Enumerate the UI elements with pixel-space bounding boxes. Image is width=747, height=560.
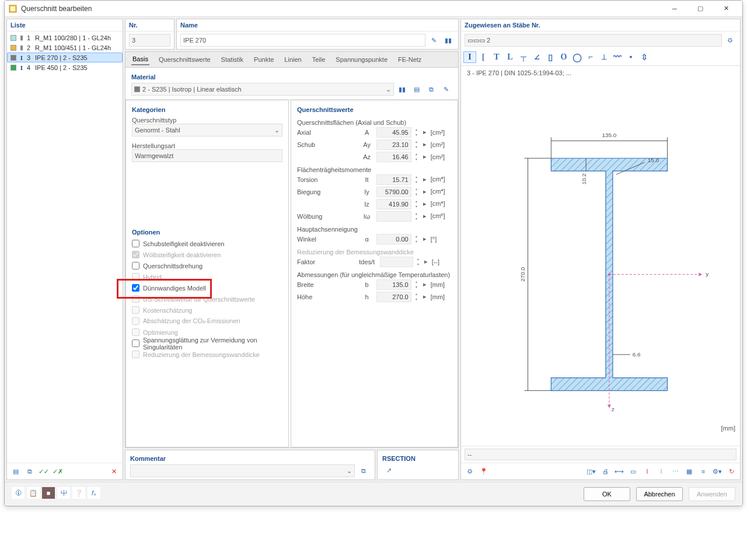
go-icon[interactable]: ▸: [421, 235, 428, 243]
go-icon[interactable]: ▸: [421, 141, 428, 148]
list-icon2[interactable]: ≡: [697, 466, 710, 477]
pick-icon[interactable]: ⯐: [463, 466, 476, 477]
profile-i-icon[interactable]: I: [463, 51, 476, 63]
library-icon[interactable]: ▮▮: [442, 34, 455, 46]
go-icon: ▸: [421, 212, 428, 220]
refresh-icon[interactable]: ↻: [725, 466, 738, 477]
profile-o-icon[interactable]: O: [557, 51, 570, 63]
list-item[interactable]: ▮1R_M1 100/280 | 1 - GL24h: [7, 33, 123, 43]
calc-icon[interactable]: 📋: [27, 487, 40, 499]
kommentar-input[interactable]: [130, 464, 355, 477]
check-icon[interactable]: ✓✓: [37, 466, 50, 477]
svg-text:y: y: [706, 271, 708, 277]
tab-teile[interactable]: Teile: [311, 54, 327, 65]
profile-doublet-icon[interactable]: ┬: [517, 51, 530, 63]
option-checkbox[interactable]: Querschnittsdrehung: [132, 260, 282, 271]
value-input[interactable]: 135.0: [376, 279, 411, 290]
material-select[interactable]: 2 - S235 | Isotrop | Linear elastisch: [131, 83, 394, 96]
option-checkbox[interactable]: Dünnwandiges Modell: [132, 282, 282, 293]
box-icon[interactable]: ▭: [627, 466, 640, 477]
fx-icon[interactable]: fₓ: [88, 487, 100, 499]
tab-querschnittswerte[interactable]: Querschnittswerte: [158, 54, 212, 65]
profile-solid-icon[interactable]: ▪: [624, 51, 637, 63]
type-select[interactable]: Genormt - Stahl: [132, 124, 282, 136]
tab-spannungspunkte[interactable]: Spannungspunkte: [334, 54, 389, 65]
window-title: Querschnitt bearbeiten: [21, 5, 662, 13]
cancel-icon[interactable]: ✓✗: [51, 466, 64, 477]
apply-button[interactable]: Anwenden: [689, 487, 735, 501]
dim-icon[interactable]: ⟷: [613, 466, 626, 477]
pick-members-icon[interactable]: ⯐: [724, 34, 736, 46]
view-iso-icon[interactable]: ◫▾: [585, 466, 598, 477]
cross-section-list[interactable]: ▮1R_M1 100/280 | 1 - GL24h▮2R_M1 100/451…: [7, 32, 123, 463]
tree-icon[interactable]: ⼬: [57, 487, 70, 499]
help-icon[interactable]: 🛈: [12, 487, 25, 499]
new-icon[interactable]: ▤: [9, 466, 22, 477]
material-copy-icon[interactable]: ⧉: [425, 83, 438, 95]
ok-button[interactable]: OK: [584, 487, 630, 501]
profile-rail-icon[interactable]: ⟂: [598, 51, 610, 63]
svg-text:z: z: [612, 406, 615, 412]
option-checkbox[interactable]: Schubsteifigkeit deaktivieren: [132, 238, 282, 249]
value-input[interactable]: 15.71: [376, 174, 411, 185]
value-input[interactable]: 45.95: [376, 127, 411, 138]
go-icon[interactable]: ▸: [421, 200, 428, 208]
print-icon[interactable]: 🖨: [599, 466, 612, 477]
i-red-icon[interactable]: I: [641, 466, 654, 477]
value-input[interactable]: 419.90: [376, 199, 411, 209]
go-icon[interactable]: ▸: [421, 176, 428, 183]
close-button[interactable]: ✕: [713, 1, 739, 16]
tab-statistik[interactable]: Statistik: [220, 54, 245, 65]
option-checkbox[interactable]: Spannungsglättung zur Vermeidung von Sin…: [132, 338, 282, 349]
list-item[interactable]: ▮2R_M1 100/451 | 1 - GL24h: [7, 43, 123, 52]
profile-wave-icon[interactable]: 〰: [611, 51, 624, 63]
rsection-open-icon[interactable]: ↗: [382, 464, 395, 476]
profile-c-icon[interactable]: [: [477, 51, 490, 63]
delete-icon[interactable]: ✕: [107, 466, 120, 477]
status-select[interactable]: --: [465, 449, 736, 460]
profile-rect-icon[interactable]: ▯: [544, 51, 557, 63]
square-icon[interactable]: ■: [42, 487, 55, 499]
profile-t-icon[interactable]: T: [490, 51, 503, 63]
grid-icon[interactable]: ▦: [683, 466, 696, 477]
tab-fe-netz[interactable]: FE-Netz: [397, 54, 423, 65]
name-input[interactable]: IPE 270: [180, 34, 425, 47]
go-icon[interactable]: ▸: [421, 188, 428, 195]
copy-icon[interactable]: ⧉: [23, 466, 36, 477]
grid-dots-icon[interactable]: ⋯: [669, 466, 682, 477]
minimize-button[interactable]: ─: [662, 1, 687, 16]
pencil-icon[interactable]: ✎: [427, 34, 440, 46]
material-new-icon[interactable]: ▤: [410, 83, 423, 95]
value-input[interactable]: 5790.00: [376, 187, 411, 197]
profile-u-icon[interactable]: ⌐: [584, 51, 597, 63]
material-edit-icon[interactable]: ✎: [439, 83, 452, 95]
info-icon[interactable]: ❔: [72, 487, 85, 499]
assigned-input[interactable]: ▭▭▭ 2: [465, 34, 722, 47]
kommentar-icon[interactable]: ⧉: [357, 465, 370, 477]
tab-linien[interactable]: Linien: [283, 54, 302, 65]
list-item[interactable]: I3IPE 270 | 2 - S235: [7, 52, 123, 62]
go-icon[interactable]: ▸: [421, 293, 428, 300]
value-input[interactable]: 23.10: [376, 139, 411, 150]
list-item[interactable]: I4IPE 450 | 2 - S235: [7, 62, 123, 72]
profile-z-icon[interactable]: ∠: [530, 51, 543, 63]
material-library-icon[interactable]: ▮▮: [396, 83, 409, 95]
i-grey-icon[interactable]: I: [655, 466, 668, 477]
profile-oval-icon[interactable]: ◯: [571, 51, 584, 63]
go-icon[interactable]: ▸: [421, 153, 428, 160]
value-input[interactable]: 16.46: [376, 152, 411, 162]
pin-icon[interactable]: 📍: [477, 466, 490, 477]
tab-basis[interactable]: Basis: [131, 54, 149, 65]
tab-punkte[interactable]: Punkte: [253, 54, 275, 65]
maximize-button[interactable]: ▢: [687, 1, 713, 16]
profile-l-icon[interactable]: L: [504, 51, 516, 63]
nr-label: Nr.: [125, 19, 174, 32]
profile-expand-icon[interactable]: ⇳: [638, 51, 651, 63]
cancel-button[interactable]: Abbrechen: [636, 487, 683, 501]
go-icon[interactable]: ▸: [421, 281, 428, 288]
settings-icon[interactable]: ⚙▾: [711, 466, 724, 477]
value-input[interactable]: 270.0: [376, 292, 411, 302]
value-input[interactable]: 0.00: [376, 234, 411, 244]
go-icon[interactable]: ▸: [421, 128, 428, 136]
nr-input[interactable]: 3: [129, 34, 170, 47]
